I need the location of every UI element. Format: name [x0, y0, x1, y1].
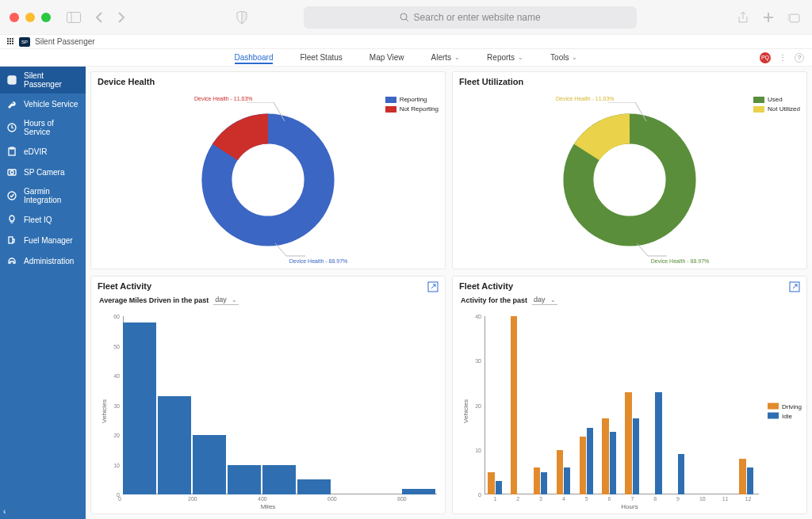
donut-minor-label: Device Health - 11.03% [556, 96, 615, 101]
sidebar-item-vehicle-service[interactable]: Vehicle Service [0, 93, 86, 114]
shield-icon[interactable] [233, 9, 251, 26]
lightbulb-icon [6, 214, 17, 225]
nav-alerts[interactable]: Alerts⌄ [431, 51, 461, 64]
app-grid-icon[interactable] [6, 37, 14, 47]
bar [262, 465, 296, 495]
sidebar-item-silent-passenger[interactable]: Silent Passenger [0, 67, 86, 93]
donut-major-label: Device Health - 88.97% [289, 258, 348, 264]
sidebar-item-edvir[interactable]: eDVIR [0, 141, 86, 162]
sidebar-item-label: Vehicle Service [24, 100, 78, 109]
nav-dashboard[interactable]: Dashboard [235, 51, 274, 64]
sidebar-item-sp-camera[interactable]: SP Camera [0, 162, 86, 182]
bar [580, 437, 586, 494]
app-icon [6, 74, 17, 86]
avatar[interactable]: PQ [760, 52, 771, 63]
help-icon[interactable]: ? [795, 53, 804, 63]
svg-line-33 [637, 243, 648, 256]
panel-device-health: Device Health Reporting Not Reporting De… [90, 71, 446, 269]
sidebar-item-label: Hours of Service [24, 119, 79, 136]
panel-avg-miles: Fleet Activity Average Miles Driven in t… [90, 276, 446, 514]
more-menu-icon[interactable]: ⋮ [779, 53, 787, 62]
sidebar-collapse-icon[interactable]: ‹ [3, 507, 6, 516]
donut-fleet-utilization [554, 105, 705, 255]
svg-point-10 [7, 40, 9, 42]
bar [193, 435, 226, 494]
svg-point-7 [7, 38, 9, 40]
panel-title: Device Health [91, 72, 445, 91]
svg-point-14 [10, 43, 11, 44]
bar [557, 450, 563, 494]
bar [633, 418, 639, 494]
y-axis-label: Vehicles [101, 399, 108, 423]
back-icon[interactable] [90, 9, 108, 26]
sidebar-item-hours-of-service[interactable]: Hours of Service [0, 114, 86, 141]
svg-line-3 [406, 19, 408, 21]
address-placeholder: Search or enter website name [414, 12, 541, 23]
svg-rect-16 [8, 76, 16, 84]
svg-line-32 [635, 102, 646, 121]
browser-chrome: Search or enter website name [0, 0, 812, 35]
leader-line [637, 243, 668, 259]
address-bar[interactable]: Search or enter website name [304, 6, 637, 29]
svg-point-21 [10, 171, 13, 174]
sidebar-toggle-icon[interactable] [65, 9, 82, 26]
chevron-down-icon: ⌄ [518, 54, 523, 61]
period-select[interactable]: day⌄ [213, 296, 239, 305]
svg-point-11 [10, 40, 11, 42]
camera-icon [6, 166, 17, 177]
tab-favicon: SP [19, 37, 30, 47]
chevron-down-icon: ⌄ [232, 296, 237, 303]
forward-icon[interactable] [113, 9, 130, 26]
maximize-window-button[interactable] [41, 13, 51, 22]
sidebar-item-label: Fuel Manager [24, 236, 73, 245]
bar [496, 481, 502, 494]
panel-title: Fleet Activity [91, 277, 445, 296]
tab-title[interactable]: Silent Passenger [35, 37, 95, 46]
sidebar-item-administration[interactable]: Administration [0, 250, 86, 271]
new-tab-icon[interactable] [760, 9, 777, 26]
panel-subheader: Activity for the past day⌄ [453, 296, 806, 308]
expand-panel-icon[interactable] [427, 281, 439, 292]
bar [228, 465, 261, 495]
window-controls [10, 13, 51, 22]
legend-device-health: Reporting Not Reporting [385, 96, 439, 113]
tabs-overview-icon[interactable] [785, 9, 802, 26]
expand-panel-icon[interactable] [789, 281, 800, 292]
bar [488, 472, 494, 494]
nav-fleet-status[interactable]: Fleet Status [300, 51, 342, 64]
bar [511, 316, 517, 494]
minimize-window-button[interactable] [25, 13, 35, 22]
bar [534, 467, 540, 494]
bar [564, 467, 570, 494]
app-shell: Silent PassengerVehicle ServiceHours of … [0, 67, 812, 519]
legend-activity: Driving Idle [768, 403, 802, 419]
svg-point-9 [12, 38, 13, 40]
bar [747, 467, 753, 494]
leader-line [247, 102, 294, 126]
dashboard-grid: Device Health Reporting Not Reporting De… [86, 67, 812, 519]
svg-point-13 [7, 43, 9, 44]
svg-line-27 [274, 102, 285, 121]
bar [541, 472, 547, 494]
nav-reports[interactable]: Reports⌄ [487, 51, 523, 64]
sidebar-item-label: eDVIR [24, 147, 47, 156]
svg-point-2 [400, 13, 407, 20]
nav-tools[interactable]: Tools⌄ [550, 51, 577, 64]
close-window-button[interactable] [10, 13, 19, 22]
svg-point-8 [10, 38, 11, 40]
sidebar-item-label: SP Camera [24, 168, 65, 177]
clock-icon [6, 122, 17, 133]
sidebar-item-fleet-iq[interactable]: Fleet IQ [0, 209, 86, 230]
share-icon[interactable] [734, 9, 752, 26]
chevron-down-icon: ⌄ [572, 54, 577, 61]
bar [297, 479, 331, 494]
x-axis-label: Miles [261, 503, 276, 510]
leader-line [608, 102, 656, 126]
sidebar-item-garmin-integration[interactable]: Garmin Integration [0, 182, 86, 209]
legend-fleet-utilization: Used Not Utilized [753, 96, 800, 113]
nav-map-view[interactable]: Map View [370, 51, 404, 64]
browser-nav [90, 9, 130, 26]
sidebar-item-fuel-manager[interactable]: Fuel Manager [0, 230, 86, 250]
period-select[interactable]: day⌄ [532, 296, 557, 305]
donut-device-health [193, 105, 343, 255]
